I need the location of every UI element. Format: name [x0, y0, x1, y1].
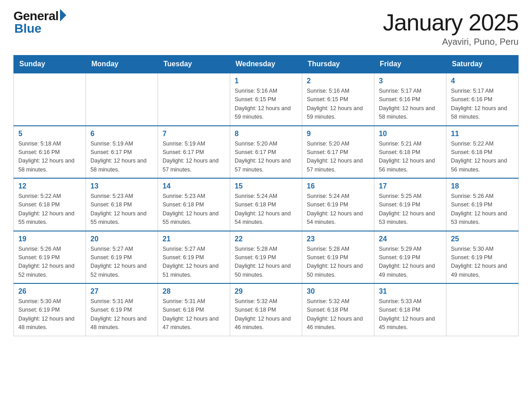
day-info: Sunrise: 5:32 AM Sunset: 6:18 PM Dayligh…: [307, 297, 369, 332]
day-number: 16: [307, 182, 369, 190]
calendar-cell: 23Sunrise: 5:28 AM Sunset: 6:19 PM Dayli…: [302, 231, 374, 284]
day-info: Sunrise: 5:22 AM Sunset: 6:18 PM Dayligh…: [451, 140, 514, 175]
calendar-cell: 1Sunrise: 5:16 AM Sunset: 6:15 PM Daylig…: [230, 73, 302, 126]
calendar-cell: 10Sunrise: 5:21 AM Sunset: 6:18 PM Dayli…: [374, 126, 446, 179]
day-number: 18: [451, 182, 514, 190]
day-info: Sunrise: 5:20 AM Sunset: 6:17 PM Dayligh…: [235, 140, 297, 175]
logo: General Blue: [13, 9, 66, 36]
calendar-cell: 3Sunrise: 5:17 AM Sunset: 6:16 PM Daylig…: [374, 73, 446, 126]
calendar-cell: [14, 73, 86, 126]
calendar-subtitle: Ayaviri, Puno, Peru: [383, 37, 519, 47]
calendar-cell: 19Sunrise: 5:26 AM Sunset: 6:19 PM Dayli…: [14, 231, 86, 284]
day-number: 9: [307, 130, 369, 138]
day-info: Sunrise: 5:29 AM Sunset: 6:19 PM Dayligh…: [379, 245, 442, 280]
day-number: 30: [307, 287, 369, 295]
day-info: Sunrise: 5:24 AM Sunset: 6:19 PM Dayligh…: [307, 192, 369, 227]
calendar-cell: 17Sunrise: 5:25 AM Sunset: 6:19 PM Dayli…: [374, 178, 446, 231]
day-info: Sunrise: 5:24 AM Sunset: 6:18 PM Dayligh…: [235, 192, 297, 227]
day-info: Sunrise: 5:28 AM Sunset: 6:19 PM Dayligh…: [307, 245, 369, 280]
day-of-week-header: Sunday: [14, 56, 86, 73]
page-header: General Blue January 2025 Ayaviri, Puno,…: [13, 9, 519, 47]
calendar-cell: 2Sunrise: 5:16 AM Sunset: 6:15 PM Daylig…: [302, 73, 374, 126]
day-info: Sunrise: 5:26 AM Sunset: 6:19 PM Dayligh…: [451, 192, 514, 227]
calendar-cell: 9Sunrise: 5:20 AM Sunset: 6:17 PM Daylig…: [302, 126, 374, 179]
logo-blue-text: Blue: [14, 21, 42, 36]
day-number: 14: [163, 182, 225, 190]
day-of-week-header: Thursday: [302, 56, 374, 73]
calendar-cell: 28Sunrise: 5:31 AM Sunset: 6:18 PM Dayli…: [158, 283, 230, 336]
calendar-cell: 20Sunrise: 5:27 AM Sunset: 6:19 PM Dayli…: [86, 231, 158, 284]
calendar-cell: 26Sunrise: 5:30 AM Sunset: 6:19 PM Dayli…: [14, 283, 86, 336]
day-info: Sunrise: 5:25 AM Sunset: 6:19 PM Dayligh…: [379, 192, 442, 227]
calendar-cell: 4Sunrise: 5:17 AM Sunset: 6:16 PM Daylig…: [446, 73, 519, 126]
day-info: Sunrise: 5:18 AM Sunset: 6:16 PM Dayligh…: [18, 140, 81, 175]
day-info: Sunrise: 5:28 AM Sunset: 6:19 PM Dayligh…: [235, 245, 297, 280]
day-number: 7: [163, 130, 225, 138]
day-info: Sunrise: 5:27 AM Sunset: 6:19 PM Dayligh…: [90, 245, 153, 280]
calendar-cell: 31Sunrise: 5:33 AM Sunset: 6:18 PM Dayli…: [374, 283, 446, 336]
day-number: 25: [451, 235, 514, 243]
day-number: 5: [18, 130, 81, 138]
calendar-week-row: 19Sunrise: 5:26 AM Sunset: 6:19 PM Dayli…: [14, 231, 519, 284]
calendar-table: SundayMondayTuesdayWednesdayThursdayFrid…: [13, 55, 519, 336]
day-number: 10: [379, 130, 442, 138]
calendar-cell: 11Sunrise: 5:22 AM Sunset: 6:18 PM Dayli…: [446, 126, 519, 179]
calendar-cell: [158, 73, 230, 126]
calendar-cell: 5Sunrise: 5:18 AM Sunset: 6:16 PM Daylig…: [14, 126, 86, 179]
day-number: 8: [235, 130, 297, 138]
day-number: 11: [451, 130, 514, 138]
calendar-cell: 22Sunrise: 5:28 AM Sunset: 6:19 PM Dayli…: [230, 231, 302, 284]
calendar-cell: 16Sunrise: 5:24 AM Sunset: 6:19 PM Dayli…: [302, 178, 374, 231]
day-info: Sunrise: 5:31 AM Sunset: 6:19 PM Dayligh…: [90, 297, 153, 332]
day-number: 26: [18, 287, 81, 295]
days-header-row: SundayMondayTuesdayWednesdayThursdayFrid…: [14, 56, 519, 73]
day-info: Sunrise: 5:26 AM Sunset: 6:19 PM Dayligh…: [18, 245, 81, 280]
day-info: Sunrise: 5:17 AM Sunset: 6:16 PM Dayligh…: [451, 87, 514, 122]
day-number: 21: [163, 235, 225, 243]
calendar-cell: 21Sunrise: 5:27 AM Sunset: 6:19 PM Dayli…: [158, 231, 230, 284]
calendar-cell: 13Sunrise: 5:23 AM Sunset: 6:18 PM Dayli…: [86, 178, 158, 231]
day-number: 28: [163, 287, 225, 295]
calendar-week-row: 1Sunrise: 5:16 AM Sunset: 6:15 PM Daylig…: [14, 73, 519, 126]
calendar-cell: 8Sunrise: 5:20 AM Sunset: 6:17 PM Daylig…: [230, 126, 302, 179]
day-info: Sunrise: 5:30 AM Sunset: 6:19 PM Dayligh…: [18, 297, 81, 332]
day-info: Sunrise: 5:21 AM Sunset: 6:18 PM Dayligh…: [379, 140, 442, 175]
day-number: 20: [90, 235, 153, 243]
calendar-cell: [86, 73, 158, 126]
day-number: 15: [235, 182, 297, 190]
day-number: 22: [235, 235, 297, 243]
day-number: 19: [18, 235, 81, 243]
day-number: 6: [90, 130, 153, 138]
calendar-cell: 12Sunrise: 5:22 AM Sunset: 6:18 PM Dayli…: [14, 178, 86, 231]
calendar-week-row: 5Sunrise: 5:18 AM Sunset: 6:16 PM Daylig…: [14, 126, 519, 179]
day-number: 4: [451, 77, 514, 85]
day-info: Sunrise: 5:33 AM Sunset: 6:18 PM Dayligh…: [379, 297, 442, 332]
day-number: 31: [379, 287, 442, 295]
day-number: 1: [235, 77, 297, 85]
day-number: 24: [379, 235, 442, 243]
calendar-week-row: 12Sunrise: 5:22 AM Sunset: 6:18 PM Dayli…: [14, 178, 519, 231]
day-info: Sunrise: 5:27 AM Sunset: 6:19 PM Dayligh…: [163, 245, 225, 280]
day-info: Sunrise: 5:17 AM Sunset: 6:16 PM Dayligh…: [379, 87, 442, 122]
calendar-cell: 25Sunrise: 5:30 AM Sunset: 6:19 PM Dayli…: [446, 231, 519, 284]
day-info: Sunrise: 5:22 AM Sunset: 6:18 PM Dayligh…: [18, 192, 81, 227]
day-info: Sunrise: 5:19 AM Sunset: 6:17 PM Dayligh…: [163, 140, 225, 175]
day-info: Sunrise: 5:19 AM Sunset: 6:17 PM Dayligh…: [90, 140, 153, 175]
day-of-week-header: Wednesday: [230, 56, 302, 73]
title-block: January 2025 Ayaviri, Puno, Peru: [383, 9, 519, 47]
calendar-cell: 30Sunrise: 5:32 AM Sunset: 6:18 PM Dayli…: [302, 283, 374, 336]
day-info: Sunrise: 5:32 AM Sunset: 6:18 PM Dayligh…: [235, 297, 297, 332]
calendar-cell: 27Sunrise: 5:31 AM Sunset: 6:19 PM Dayli…: [86, 283, 158, 336]
day-number: 3: [379, 77, 442, 85]
calendar-cell: 29Sunrise: 5:32 AM Sunset: 6:18 PM Dayli…: [230, 283, 302, 336]
calendar-cell: 6Sunrise: 5:19 AM Sunset: 6:17 PM Daylig…: [86, 126, 158, 179]
calendar-cell: 18Sunrise: 5:26 AM Sunset: 6:19 PM Dayli…: [446, 178, 519, 231]
calendar-week-row: 26Sunrise: 5:30 AM Sunset: 6:19 PM Dayli…: [14, 283, 519, 336]
day-info: Sunrise: 5:23 AM Sunset: 6:18 PM Dayligh…: [163, 192, 225, 227]
day-number: 17: [379, 182, 442, 190]
day-of-week-header: Saturday: [446, 56, 519, 73]
day-info: Sunrise: 5:16 AM Sunset: 6:15 PM Dayligh…: [235, 87, 297, 122]
day-number: 27: [90, 287, 153, 295]
logo-arrow-icon: [60, 9, 66, 21]
calendar-cell: 14Sunrise: 5:23 AM Sunset: 6:18 PM Dayli…: [158, 178, 230, 231]
